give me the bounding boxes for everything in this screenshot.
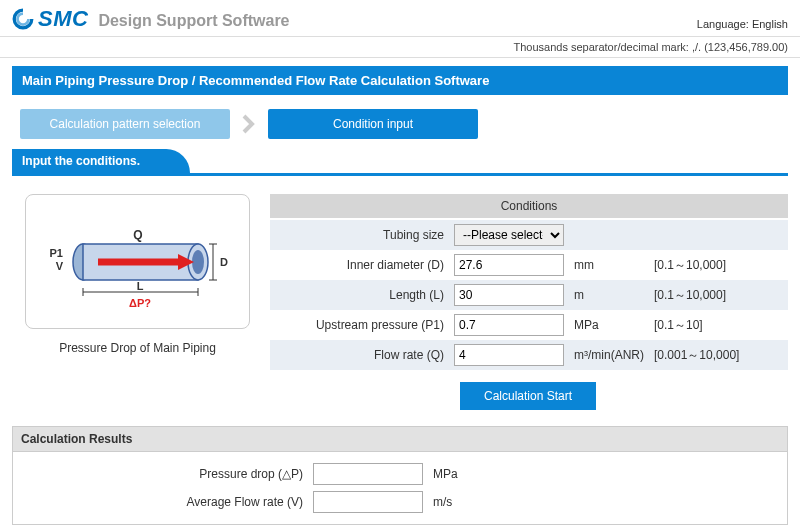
- flow-input[interactable]: [454, 344, 564, 366]
- pressure-drop-unit: MPa: [423, 467, 458, 481]
- inner-diameter-unit: mm: [564, 258, 654, 272]
- piping-diagram: Q P1 V D L ΔP?: [25, 194, 250, 329]
- step-condition-input[interactable]: Condition input: [268, 109, 478, 139]
- svg-text:L: L: [136, 280, 143, 292]
- inner-diameter-label: Inner diameter (D): [274, 258, 454, 272]
- length-input[interactable]: [454, 284, 564, 306]
- svg-text:ΔP?: ΔP?: [129, 297, 151, 309]
- upstream-unit: MPa: [564, 318, 654, 332]
- brand-logo: SMC: [12, 6, 88, 32]
- avg-flow-label: Average Flow rate (V): [153, 495, 313, 509]
- wizard-steps: Calculation pattern selection Condition …: [20, 109, 788, 139]
- brand-text: SMC: [38, 6, 88, 32]
- flow-label: Flow rate (Q): [274, 348, 454, 362]
- flow-unit: m³/min(ANR): [564, 348, 654, 362]
- upstream-label: Upstream pressure (P1): [274, 318, 454, 332]
- pressure-drop-label: Pressure drop (△P): [153, 467, 313, 481]
- length-unit: m: [564, 288, 654, 302]
- avg-flow-unit: m/s: [423, 495, 452, 509]
- page-title: Main Piping Pressure Drop / Recommended …: [12, 66, 788, 95]
- pressure-drop-output: [313, 463, 423, 485]
- calculation-start-button[interactable]: Calculation Start: [460, 382, 596, 410]
- number-format-note: Thousands separator/decimal mark: ,/. (1…: [0, 37, 800, 58]
- svg-text:V: V: [55, 260, 63, 272]
- upstream-input[interactable]: [454, 314, 564, 336]
- length-range: [0.1～10,000]: [654, 287, 784, 304]
- smc-swoosh-icon: [12, 8, 34, 30]
- length-label: Length (L): [274, 288, 454, 302]
- avg-flow-output: [313, 491, 423, 513]
- conditions-header: Conditions: [270, 194, 788, 218]
- diagram-caption: Pressure Drop of Main Piping: [25, 341, 250, 355]
- tubing-size-select[interactable]: --Please select--: [454, 224, 564, 246]
- step-pattern-selection[interactable]: Calculation pattern selection: [20, 109, 230, 139]
- inner-diameter-range: [0.1～10,000]: [654, 257, 784, 274]
- inner-diameter-input[interactable]: [454, 254, 564, 276]
- chevron-right-icon: [236, 111, 262, 137]
- results-header: Calculation Results: [12, 426, 788, 452]
- svg-text:P1: P1: [49, 247, 62, 259]
- language-label[interactable]: Language: English: [697, 18, 788, 32]
- upstream-range: [0.1～10]: [654, 317, 784, 334]
- tubing-size-label: Tubing size: [274, 228, 454, 242]
- svg-text:Q: Q: [133, 228, 142, 242]
- section-subhead: Input the conditions.: [12, 149, 180, 173]
- svg-text:D: D: [220, 256, 228, 268]
- flow-range: [0.001～10,000]: [654, 347, 784, 364]
- app-title: Design Support Software: [98, 12, 289, 32]
